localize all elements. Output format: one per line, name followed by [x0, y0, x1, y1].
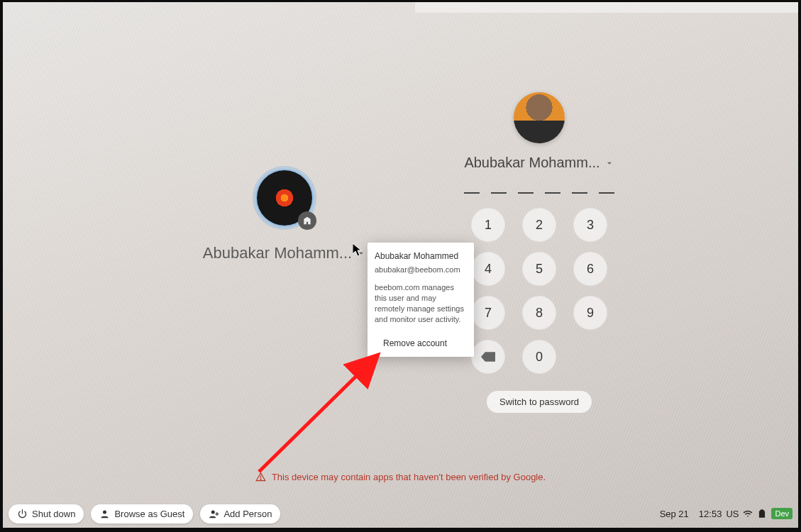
annotation-arrow — [252, 340, 401, 475]
login-shelf: Shut down Browse as Guest Add Person Sep… — [3, 499, 798, 528]
svg-point-1 — [260, 479, 261, 480]
dev-mode-badge: Dev — [771, 508, 792, 519]
svg-point-4 — [211, 510, 215, 514]
keypad-5[interactable]: 5 — [522, 252, 556, 286]
shutdown-button[interactable]: Shut down — [9, 504, 84, 523]
switch-to-password-button[interactable]: Switch to password — [487, 391, 592, 413]
popup-full-name: Abubakar Mohammed — [375, 251, 467, 261]
pin-keypad: 1 2 3 4 5 6 7 8 9 0 — [471, 208, 607, 374]
secondary-user-tile[interactable]: Abubakar Mohamm... — [210, 170, 359, 262]
add-person-label: Add Person — [223, 509, 272, 519]
battery-icon — [757, 509, 767, 519]
wifi-icon — [743, 509, 753, 519]
guest-label: Browse as Guest — [114, 509, 184, 519]
secondary-user-name: Abubakar Mohamm... — [203, 244, 352, 262]
keypad-empty — [573, 340, 607, 374]
keypad-4[interactable]: 4 — [471, 252, 505, 286]
keypad-6[interactable]: 6 — [573, 252, 607, 286]
popup-email: abubakar@beebom.com — [375, 265, 467, 274]
power-icon — [17, 509, 28, 519]
secondary-user-avatar — [257, 170, 312, 226]
browse-as-guest-button[interactable]: Browse as Guest — [91, 504, 193, 523]
svg-point-3 — [103, 510, 106, 514]
keypad-3[interactable]: 3 — [573, 208, 607, 242]
browser-url-bar-fragment — [415, 0, 798, 13]
chevron-down-icon[interactable] — [604, 158, 614, 168]
primary-user-avatar — [514, 92, 565, 143]
primary-user-name: Abubakar Mohamm... — [464, 155, 600, 171]
backspace-icon — [481, 352, 495, 362]
keypad-9[interactable]: 9 — [573, 296, 607, 330]
popup-management-note: beebom.com manages this user and may rem… — [375, 282, 467, 324]
keypad-0[interactable]: 0 — [522, 340, 556, 374]
warning-icon — [255, 472, 266, 482]
remove-account-button[interactable]: Remove account — [375, 334, 467, 351]
add-person-icon — [209, 509, 219, 519]
svg-line-2 — [259, 355, 378, 472]
status-locale: US — [726, 509, 739, 519]
keypad-backspace[interactable] — [471, 340, 505, 374]
status-time: 12:53 — [699, 509, 722, 519]
guest-icon — [99, 509, 110, 519]
shutdown-label: Shut down — [32, 509, 75, 519]
add-person-button[interactable]: Add Person — [200, 504, 280, 523]
keypad-1[interactable]: 1 — [471, 208, 505, 242]
mouse-cursor — [353, 243, 364, 260]
pin-input[interactable] — [464, 192, 614, 194]
enterprise-badge-icon — [298, 211, 316, 230]
status-tray[interactable]: Sep 21 12:53 US Dev — [660, 508, 792, 519]
keypad-8[interactable]: 8 — [522, 296, 556, 330]
warning-text: This device may contain apps that haven'… — [272, 472, 546, 482]
status-date: Sep 21 — [660, 509, 689, 519]
keypad-7[interactable]: 7 — [471, 296, 505, 330]
account-popup: Abubakar Mohammed abubakar@beebom.com be… — [368, 243, 474, 357]
keypad-2[interactable]: 2 — [522, 208, 556, 242]
verification-warning: This device may contain apps that haven'… — [0, 472, 801, 482]
primary-user-name-row[interactable]: Abubakar Mohamm... — [464, 155, 614, 171]
